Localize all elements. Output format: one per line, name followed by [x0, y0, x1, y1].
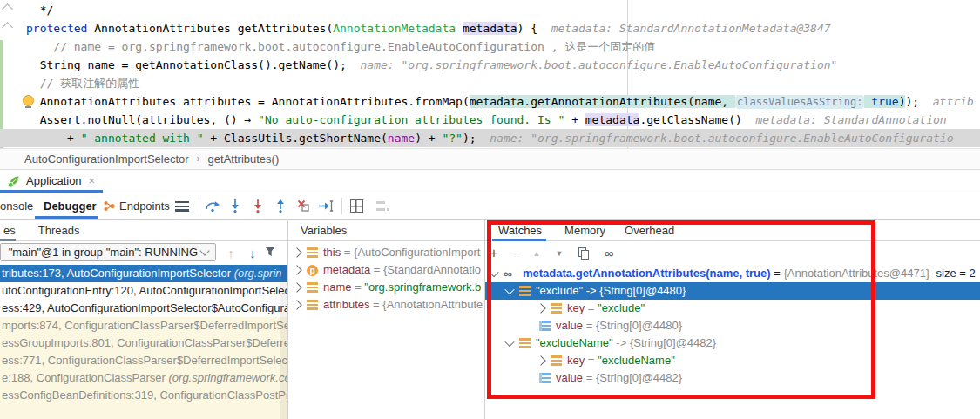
tab-watches[interactable]: Watches [497, 224, 544, 237]
tree-row[interactable]: attributes = {AnnotationAttribute [288, 296, 484, 314]
tree-row[interactable]: this = {AutoConfigurationImport [288, 244, 484, 261]
code-line[interactable]: + " annotated with " + ClassUtils.getSho… [0, 129, 980, 147]
stack-frame-row[interactable] [0, 404, 287, 419]
stack-frame-row[interactable]: ess:771, ConfigurationClassParser$Deferr… [0, 352, 287, 369]
param-icon: p [307, 265, 318, 276]
view-as-table-icon[interactable] [347, 193, 366, 219]
debugger-inline-hint: metadata: StandardAnnotation [742, 113, 947, 126]
chevron-right-icon[interactable] [536, 303, 545, 313]
force-step-into-icon[interactable] [248, 193, 267, 219]
code-line[interactable]: protected AnnotationAttributes getAttrib… [0, 19, 980, 37]
step-out-icon[interactable] [271, 193, 290, 219]
tree-row[interactable]: "exclude" -> {String[0]@4480} [485, 282, 980, 300]
previous-frame-icon[interactable]: ↑ [222, 243, 240, 262]
tree-row[interactable]: pmetadata = {StandardAnnotatio [288, 261, 484, 279]
remove-watch-icon[interactable]: − [503, 246, 525, 261]
code-editor[interactable]: */protected AnnotationAttributes getAttr… [0, 0, 980, 148]
tab-memory[interactable]: Memory [563, 224, 607, 237]
tree-row[interactable]: key = "excludeName" [485, 352, 980, 369]
bars-icon [307, 300, 318, 310]
chevron-right-icon[interactable] [292, 300, 301, 309]
frame-text: tributes:173, AutoConfigurationImportSel… [2, 267, 234, 280]
thread-selector-row: "main"@1 in group "main": RUNNING ↑ ↓ [0, 241, 287, 265]
move-down-icon[interactable]: ▼ [548, 249, 571, 258]
tree-row[interactable]: key = "exclude" [485, 300, 980, 317]
frame-text: utoConfigurationEntry:120, AutoConfigura… [2, 284, 287, 297]
step-into-icon[interactable] [226, 193, 245, 219]
run-to-cursor-icon[interactable] [316, 193, 335, 219]
chevron-spacer [527, 323, 533, 329]
watches-toolbar: + − ▲ ▼ ∞ [485, 241, 980, 265]
move-up-icon[interactable]: ▲ [525, 249, 548, 258]
chevron-down-icon[interactable] [504, 337, 514, 347]
panel-divider[interactable] [484, 220, 485, 419]
tree-row[interactable]: "excludeName" -> {String[0]@4482} [485, 335, 980, 352]
show-watches-icon[interactable]: ∞ [596, 246, 622, 260]
frame-text: ess:771, ConfigurationClassParser$Deferr… [2, 354, 287, 367]
variables-title: Variables [301, 224, 347, 237]
code-line[interactable]: AnnotationAttributes attributes = Annota… [0, 92, 980, 111]
chevron-right-icon[interactable] [292, 247, 301, 257]
code-line[interactable]: String name = getAnnotationClass().getNa… [0, 56, 980, 74]
code-line[interactable]: // name = org.springframework.boot.autoc… [0, 37, 980, 56]
array-icon [539, 373, 551, 383]
editor-lines: */protected AnnotationAttributes getAttr… [0, 1, 980, 147]
thread-selector[interactable]: "main"@1 in group "main": RUNNING [0, 243, 216, 261]
watch-icon: ∞ [504, 268, 517, 279]
frame-text: ess:429, AutoConfigurationImportSelector… [2, 301, 287, 314]
tree-row[interactable]: value = {String[0]@4482} [485, 369, 980, 387]
breadcrumb-method[interactable]: getAttributes() [208, 152, 280, 166]
tree-row[interactable]: ∞metadata.getAnnotationAttributes(name, … [485, 265, 980, 282]
spring-boot-icon [7, 174, 21, 188]
layout-settings-icon[interactable] [373, 193, 392, 219]
tab-console[interactable]: onsole [0, 193, 33, 219]
step-over-icon[interactable] [203, 193, 222, 219]
chevron-right-icon[interactable] [536, 355, 545, 365]
add-watch-icon[interactable]: + [485, 246, 503, 261]
drop-frame-icon[interactable] [294, 193, 313, 219]
debug-toolbar: onsole Debugger Endpoints [0, 193, 980, 220]
tab-application[interactable]: Application × [0, 170, 104, 192]
breadcrumb-class[interactable]: AutoConfigurationImportSelector [24, 152, 189, 166]
tab-debugger[interactable]: Debugger [44, 193, 97, 219]
tab-overhead[interactable]: Overhead [623, 224, 676, 237]
stack-frame-row[interactable]: essGroupImports:801, ConfigurationClassP… [0, 335, 287, 352]
tab-endpoints[interactable]: Endpoints [103, 193, 170, 219]
code-line[interactable]: // 获取注解的属性 [0, 74, 980, 92]
chevron-right-icon[interactable] [292, 265, 301, 274]
stack-frame-row[interactable]: essConfigBeanDefinitions:319, Configurat… [0, 387, 287, 404]
intention-bulb-icon[interactable] [23, 95, 34, 106]
chevron-down-icon[interactable] [504, 285, 514, 294]
ide-debug-window: */protected AnnotationAttributes getAttr… [0, 0, 980, 419]
stack-frame-row[interactable]: tributes:173, AutoConfigurationImportSel… [0, 265, 287, 282]
frame-text: essConfigBeanDefinitions:319, Configurat… [2, 389, 287, 402]
menu-icon[interactable] [172, 193, 192, 219]
debugger-inline-hint: name: "org.springframework.boot.autoconf… [476, 132, 954, 145]
frames-scrollbar[interactable] [280, 265, 287, 419]
frame-text: e:188, ConfigurationClassParser [2, 371, 169, 384]
panel-divider[interactable] [287, 220, 288, 419]
tree-row[interactable]: value = {String[0]@4480} [485, 317, 980, 335]
close-icon[interactable]: × [89, 174, 96, 187]
tab-threads[interactable]: Threads [37, 224, 82, 237]
bars-icon [519, 286, 531, 296]
toolbar-separator [341, 198, 342, 214]
duplicate-watch-icon[interactable] [578, 247, 590, 260]
code-line[interactable]: */ [0, 1, 980, 19]
bars-icon [551, 303, 562, 314]
tab-frames[interactable]: es [2, 224, 17, 237]
code-line[interactable]: Assert.notNull(attributes, () → "No auto… [0, 111, 980, 129]
filter-icon[interactable] [264, 246, 276, 257]
stack-frame-row[interactable]: e:188, ConfigurationClassParser (org.spr… [0, 369, 287, 387]
tree-row[interactable]: name = "org.springframework.b [288, 279, 484, 296]
chevron-right-icon[interactable] [292, 282, 301, 292]
stack-frame-row[interactable]: mports:874, ConfigurationClassParser$Def… [0, 317, 287, 335]
chevron-down-icon[interactable] [489, 267, 498, 277]
next-frame-icon[interactable]: ↓ [244, 243, 261, 262]
stack-frame-row[interactable]: utoConfigurationEntry:120, AutoConfigura… [0, 282, 287, 300]
stack-frame-row[interactable]: ess:429, AutoConfigurationImportSelector… [0, 300, 287, 317]
frame-package-text: (org.sprin [234, 267, 282, 280]
frame-text: mports:874, ConfigurationClassParser$Def… [2, 319, 287, 332]
frame-text: essGroupImports:801, ConfigurationClassP… [2, 336, 287, 349]
bars-icon [307, 282, 318, 293]
